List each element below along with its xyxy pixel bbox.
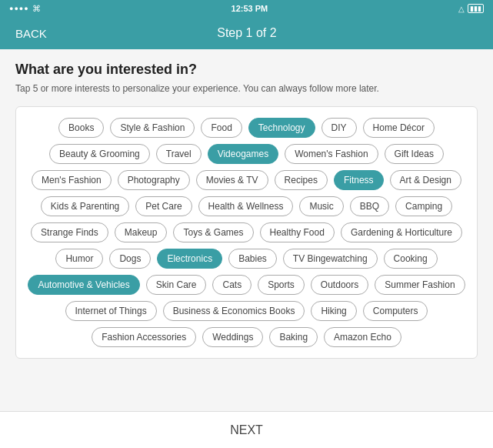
tag-item[interactable]: DIY (321, 118, 357, 138)
tag-item[interactable]: Skin Care (146, 275, 207, 295)
tag-item[interactable]: Travel (156, 144, 202, 164)
tag-item[interactable]: Women's Fashion (285, 144, 378, 164)
tag-item[interactable]: Health & Wellness (198, 196, 294, 216)
tag-item[interactable]: Hiking (311, 301, 356, 321)
tag-item[interactable]: Style & Fashion (110, 118, 195, 138)
tag-item[interactable]: Automotive & Vehicles (28, 275, 139, 295)
tag-item[interactable]: Fashion Accessories (92, 327, 196, 347)
tag-item[interactable]: Photography (118, 170, 190, 190)
tag-item[interactable]: Movies & TV (196, 170, 268, 190)
tag-item[interactable]: Cats (212, 275, 251, 295)
tag-item[interactable]: Gardening & Horticulture (341, 222, 462, 242)
tag-item[interactable]: Books (58, 118, 104, 138)
tag-item[interactable]: Business & Economics Books (163, 301, 305, 321)
tag-item[interactable]: Weddings (202, 327, 263, 347)
tag-item[interactable]: Amazon Echo (324, 327, 401, 347)
status-time: 12:53 PM (232, 4, 268, 13)
page-subtitle: Tap 5 or more interests to personalize y… (15, 82, 478, 95)
tag-item[interactable]: Gift Ideas (385, 144, 444, 164)
next-button[interactable]: NEXT (0, 412, 493, 448)
tag-item[interactable]: Outdoors (311, 275, 368, 295)
tag-item[interactable]: Men's Fashion (32, 170, 112, 190)
tag-item[interactable]: Cooking (384, 249, 438, 269)
back-button[interactable]: BACK (15, 27, 47, 40)
tag-item[interactable]: Healthy Food (260, 222, 335, 242)
tag-item[interactable]: Videogames (208, 144, 279, 164)
bottom-bar: NEXT (0, 411, 493, 448)
nav-title: Step 1 of 2 (217, 26, 276, 40)
tag-item[interactable]: Humor (55, 249, 103, 269)
status-signal: ●●●● ⌘ (9, 4, 41, 14)
tag-item[interactable]: Technology (248, 118, 315, 138)
status-battery: △ ▮▮▮ (458, 4, 484, 13)
tag-item[interactable]: Dogs (109, 249, 151, 269)
tag-item[interactable]: Babies (228, 249, 277, 269)
tag-item[interactable]: Toys & Games (173, 222, 253, 242)
tag-item[interactable]: Pet Care (135, 196, 192, 216)
tag-item[interactable]: Strange Finds (31, 222, 108, 242)
tags-container: BooksStyle & FashionFoodTechnologyDIYHom… (15, 106, 478, 359)
tag-item[interactable]: Recipes (275, 170, 328, 190)
main-content: What are you interested in? Tap 5 or mor… (0, 49, 493, 411)
tag-item[interactable]: Kids & Parenting (41, 196, 129, 216)
tag-item[interactable]: Camping (395, 196, 452, 216)
tag-item[interactable]: Makeup (115, 222, 168, 242)
nav-bar: BACK Step 1 of 2 (0, 17, 493, 49)
tag-item[interactable]: Sports (258, 275, 305, 295)
tag-item[interactable]: Electronics (157, 249, 222, 269)
tag-item[interactable]: Music (299, 196, 343, 216)
tag-item[interactable]: Summer Fashion (375, 275, 465, 295)
tag-item[interactable]: Fitness (334, 170, 384, 190)
tag-item[interactable]: Art & Design (390, 170, 461, 190)
tag-item[interactable]: Baking (269, 327, 318, 347)
status-bar: ●●●● ⌘ 12:53 PM △ ▮▮▮ (0, 0, 493, 17)
page-title: What are you interested in? (15, 62, 478, 78)
tag-item[interactable]: Food (201, 118, 242, 138)
tag-item[interactable]: Computers (363, 301, 428, 321)
tag-item[interactable]: Home Décor (363, 118, 435, 138)
tag-item[interactable]: Internet of Things (65, 301, 157, 321)
tag-item[interactable]: BBQ (350, 196, 389, 216)
tag-item[interactable]: TV Bingewatching (283, 249, 378, 269)
tag-item[interactable]: Beauty & Grooming (49, 144, 150, 164)
